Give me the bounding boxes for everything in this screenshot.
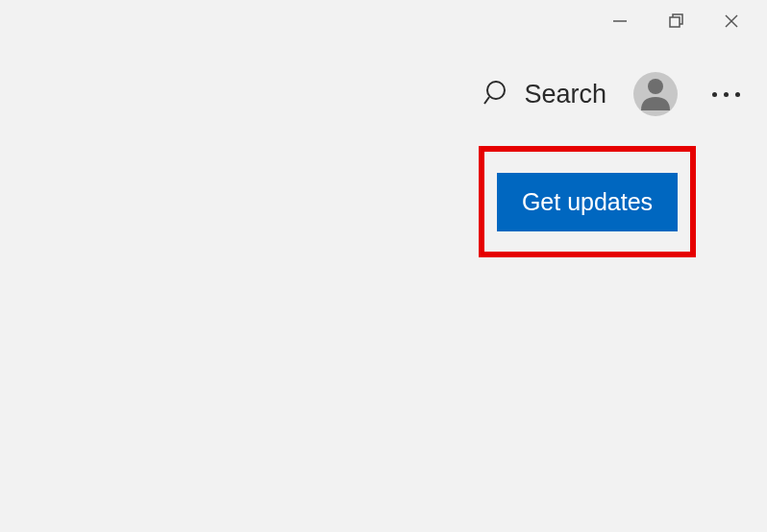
search-button[interactable]: Search [483,78,606,110]
user-icon [633,70,678,118]
minimize-icon [611,12,629,34]
toolbar: Search [483,72,748,116]
close-button[interactable] [704,0,759,46]
close-icon [723,12,740,34]
more-icon [712,92,717,97]
restore-button[interactable] [648,0,704,46]
more-icon [724,92,729,97]
more-options-button[interactable] [705,85,748,105]
highlight-annotation: Get updates [479,146,696,257]
search-icon [483,78,512,110]
svg-line-5 [484,97,489,104]
svg-point-6 [648,79,663,94]
get-updates-button[interactable]: Get updates [497,173,678,231]
svg-rect-1 [670,17,680,27]
more-icon [735,92,740,97]
minimize-button[interactable] [592,0,648,46]
svg-point-4 [487,82,505,99]
search-label: Search [524,80,606,109]
restore-icon [667,12,684,34]
user-avatar[interactable] [633,72,678,116]
window-titlebar [592,0,767,46]
